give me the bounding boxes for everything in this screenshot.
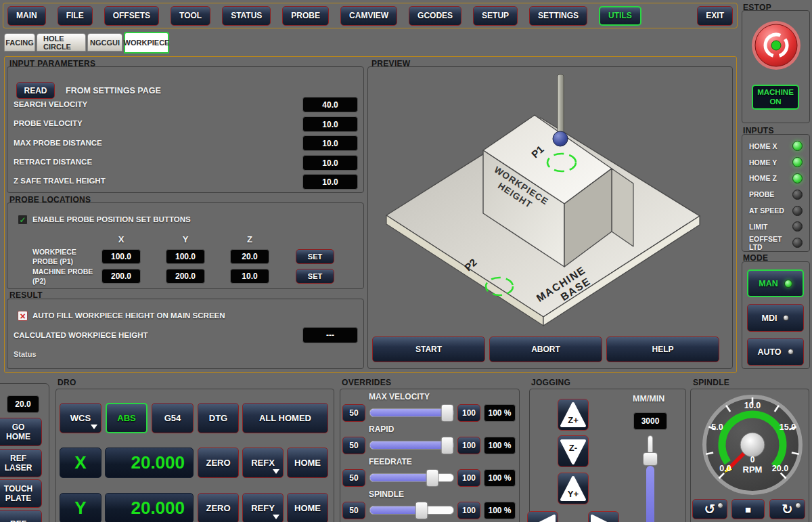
menu-item-camview[interactable]: CAMVIEW (340, 6, 397, 26)
x-home-button[interactable]: HOME (287, 448, 328, 478)
limit-led (792, 221, 803, 232)
tab-hole-circle[interactable]: HOLE CIRCLE (37, 33, 86, 51)
rapid-max-button[interactable]: 100 (457, 437, 480, 454)
x-ref-button[interactable]: REFX (242, 448, 284, 478)
menu-item-gcodes[interactable]: GCODES (409, 6, 461, 26)
probe-led (792, 190, 803, 200)
feedrate-max-button[interactable]: 100 (457, 469, 480, 487)
overrides-title: OVERRIDES (342, 378, 391, 387)
y-ref-button[interactable]: REFY (242, 493, 284, 522)
mode-mdi-label: MDI (762, 313, 777, 323)
menu-item-settings[interactable]: SETTINGS (529, 6, 587, 26)
input-row-probe: PROBE (748, 186, 804, 202)
jog-z-plus-button[interactable]: Z+ (558, 399, 589, 431)
menu-item-probe[interactable]: PROBE (282, 6, 329, 26)
home-y-led (792, 157, 803, 167)
feedrate-slider[interactable] (369, 473, 454, 482)
max-velocity-percent: 100 % (484, 404, 516, 422)
slider-handle[interactable] (441, 404, 454, 422)
axis-y-label: Y (60, 493, 102, 522)
tab-workpiece[interactable]: WORKPIECE (124, 32, 169, 53)
rapid-min-button[interactable]: 50 (342, 437, 365, 454)
dro-tab-dtg[interactable]: DTG (198, 403, 239, 433)
jog-x-plus-button[interactable] (588, 511, 619, 522)
slider-track-upper (648, 435, 653, 454)
triangle-down-icon: Z- (560, 438, 587, 465)
svg-text:15.0: 15.0 (780, 422, 796, 432)
inputs-box: HOME X HOME Y HOME Z PROBE AT SPEED LIMI… (742, 134, 810, 252)
spindle-rpm-gauge: 0.0 5.0 10.0 15.0 20.0 0 RPM (694, 391, 811, 498)
menu-item-utils[interactable]: UTILS (599, 6, 641, 26)
cw-arrow-icon: ↻ (782, 501, 793, 517)
svg-text:10.0: 10.0 (744, 401, 761, 410)
jog-rate-value: 3000 (633, 412, 667, 430)
mode-man-label: MAN (759, 279, 777, 288)
axis-x-dro-value: 20.000 (105, 448, 194, 478)
jog-y-plus-button[interactable]: Y+ (558, 473, 589, 504)
machine-on-button[interactable]: MACHINE ON (752, 85, 799, 110)
top-menu-bar: MAIN FILE OFFSETS TOOL STATUS PROBE CAMV… (3, 3, 738, 28)
slider-handle[interactable] (415, 502, 428, 519)
spindle-stop-button[interactable]: ■ (731, 499, 765, 519)
spindle-ccw-button[interactable]: ↺ (692, 499, 727, 519)
exit-button[interactable]: EXIT (697, 6, 733, 26)
spindle-slider[interactable] (369, 506, 454, 515)
max-velocity-slider[interactable] (369, 408, 454, 417)
input-label: HOME Z (749, 174, 777, 182)
jog-rate-slider-handle[interactable] (643, 452, 658, 466)
home-x-led (792, 141, 803, 151)
svg-text:0.0: 0.0 (719, 464, 731, 473)
menu-item-setup[interactable]: SETUP (473, 6, 518, 26)
slider-fill (370, 506, 422, 514)
mode-auto-button[interactable]: AUTO (747, 338, 804, 366)
touch-plate-button[interactable]: TOUCH PLATE (0, 479, 42, 508)
dropdown-arrow-icon (273, 515, 279, 519)
mode-man-button[interactable]: MAN (747, 269, 804, 297)
estop-button[interactable] (748, 17, 805, 74)
ref-laser-button[interactable]: REF LASER (0, 449, 42, 477)
rapid-slider[interactable] (369, 441, 454, 450)
y-ref-label: REFY (251, 503, 275, 513)
menu-item-offsets[interactable]: OFFSETS (104, 6, 159, 26)
max-velocity-min-button[interactable]: 50 (342, 404, 365, 422)
max-velocity-max-button[interactable]: 100 (457, 404, 480, 422)
menu-item-tool[interactable]: TOOL (171, 6, 210, 26)
y-home-button[interactable]: HOME (287, 493, 328, 522)
slider-handle[interactable] (441, 437, 454, 454)
slider-track-lower (646, 466, 654, 522)
gauge-center-cap (740, 433, 765, 457)
jog-z-minus-button[interactable]: Z- (558, 435, 589, 467)
tab-ngcgui[interactable]: NGCGUI (87, 33, 122, 51)
dro-tab-abs[interactable]: ABS (106, 403, 148, 433)
mode-mdi-button[interactable]: MDI (747, 304, 804, 332)
menu-item-main[interactable]: MAIN (7, 6, 46, 26)
spindle-max-button[interactable]: 100 (457, 502, 480, 519)
rapid-percent: 100 % (484, 437, 516, 454)
feedrate-min-button[interactable]: 50 (342, 469, 365, 487)
jog-rate-slider[interactable] (643, 435, 658, 522)
input-label: EOFFSET LTD (749, 235, 792, 251)
input-label: AT SPEED (749, 206, 784, 215)
go-home-button[interactable]: GO HOME (0, 418, 42, 446)
tab-facing[interactable]: FACING (4, 33, 35, 51)
ref-button[interactable]: REF (0, 510, 42, 522)
spindle-cw-button[interactable]: ↻ (769, 499, 805, 519)
jogging-box (529, 389, 686, 522)
slider-handle[interactable] (426, 469, 439, 487)
dro-tab-g54[interactable]: G54 (152, 403, 194, 433)
mode-auto-label: AUTO (757, 347, 781, 357)
at-speed-led (792, 206, 803, 216)
all-homed-button[interactable]: ALL HOMED (242, 403, 328, 433)
svg-text:Y+: Y+ (568, 489, 579, 499)
svg-text:RPM: RPM (743, 464, 763, 475)
jog-x-minus-button[interactable] (527, 511, 558, 522)
spindle-min-button[interactable]: 50 (342, 502, 365, 519)
x-zero-button[interactable]: ZERO (198, 448, 239, 478)
dro-tab-wcs[interactable]: WCS (60, 403, 102, 433)
spindle-percent: 100 % (484, 502, 516, 519)
menu-item-file[interactable]: FILE (58, 6, 93, 26)
y-zero-button[interactable]: ZERO (198, 493, 239, 522)
svg-text:Z-: Z- (569, 443, 577, 453)
menu-item-status[interactable]: STATUS (222, 6, 271, 26)
input-row-eoffset-ltd: EOFFSET LTD (748, 235, 804, 251)
